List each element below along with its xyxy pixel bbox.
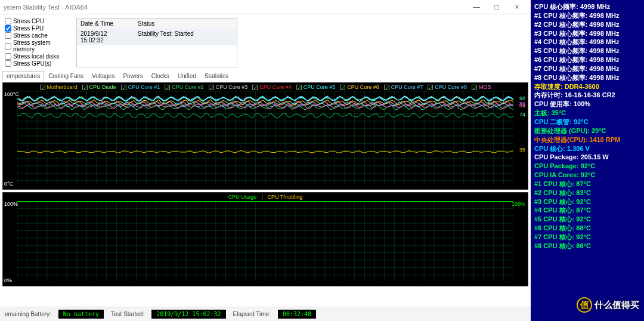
tab-powers[interactable]: Powers: [119, 71, 147, 81]
osd-row: #7 CPU 核心: 92°C: [534, 233, 640, 242]
osd-row: CPU Package: 92°C: [534, 162, 640, 171]
watermark: 值 什么值得买: [577, 297, 639, 313]
stress-label: Stress system memory: [13, 39, 70, 53]
osd-row: #1 CPU 核心: 87°C: [534, 180, 640, 189]
osd-row: #1 CPU 核心频率: 4998 MHz: [534, 11, 640, 20]
elapsed-label: Elapsed Time:: [233, 311, 271, 317]
osd-row: CPU Package: 205.15 W: [534, 153, 640, 162]
stress-label: Stress FPU: [13, 25, 44, 32]
legend-item[interactable]: CPU Core #5: [296, 84, 336, 90]
stress-options: Stress CPUStress FPUStress cacheStress s…: [5, 18, 70, 67]
stress-label: Stress cache: [13, 32, 48, 39]
stress-checkbox[interactable]: [5, 43, 11, 50]
legend-item[interactable]: CPU Core #3: [209, 84, 248, 90]
main-window: ystem Stability Test - AIDA64 — □ × Stre…: [0, 0, 531, 321]
legend-label: CPU Core #2: [172, 84, 204, 90]
log-header-status[interactable]: Status: [134, 18, 237, 29]
stress-option[interactable]: Stress local disks: [5, 53, 70, 60]
legend-item[interactable]: CPU Core #7: [384, 84, 423, 90]
legend-item[interactable]: CPU Core #6: [340, 84, 379, 90]
usage-axis-0: 0%: [4, 277, 12, 283]
stress-label: Stress local disks: [13, 53, 59, 60]
minimize-button[interactable]: —: [466, 1, 487, 14]
legend-label: CPU Core #8: [435, 84, 467, 90]
tab-cooling-fans[interactable]: Cooling Fans: [44, 71, 88, 81]
legend-item[interactable]: CPU Core #2: [165, 84, 204, 90]
legend-cpu-throttling: CPU Throttling: [268, 194, 303, 200]
legend-checkbox-icon: [428, 85, 433, 90]
legend-checkbox-icon: [40, 85, 45, 90]
usage-axis-100: 100%: [4, 201, 18, 207]
tab-clocks[interactable]: Clocks: [147, 71, 174, 81]
usage-plot: [17, 201, 513, 281]
legend-checkbox-icon: [121, 85, 126, 90]
osd-row: CPU 使用率: 100%: [534, 100, 640, 109]
started-value: 2019/9/12 15:02:32: [151, 310, 225, 319]
top-panel: Stress CPUStress FPUStress cacheStress s…: [0, 14, 531, 71]
stress-option[interactable]: Stress system memory: [5, 39, 70, 53]
osd-row: #2 CPU 核心: 83°C: [534, 189, 640, 197]
battery-label: emaining Battery:: [5, 311, 51, 317]
temp-right-label: 35: [519, 147, 525, 153]
tab-voltages[interactable]: Voltages: [88, 71, 119, 81]
osd-row: #8 CPU 核心频率: 4998 MHz: [534, 73, 640, 82]
stress-checkbox[interactable]: [5, 25, 11, 32]
stress-checkbox[interactable]: [5, 18, 11, 24]
stress-option[interactable]: Stress CPU: [5, 18, 70, 24]
titlebar[interactable]: ystem Stability Test - AIDA64 — □ ×: [0, 0, 531, 14]
log-row[interactable]: 2019/9/12 15:02:32 Stability Test: Start…: [77, 29, 237, 45]
osd-row: CPU 核心频率: 4998 MHz: [534, 2, 640, 11]
stress-checkbox[interactable]: [5, 53, 11, 60]
osd-row: #3 CPU 核心频率: 4998 MHz: [534, 29, 640, 38]
stress-checkbox[interactable]: [5, 60, 11, 67]
legend-checkbox-icon: [165, 85, 170, 90]
stress-option[interactable]: Stress GPU(s): [5, 60, 70, 67]
legend-checkbox-icon: [296, 85, 302, 90]
legend-item[interactable]: CPU Core #1: [121, 84, 160, 90]
temp-axis-0: 0°C: [4, 181, 13, 187]
stress-label: Stress CPU: [13, 18, 44, 24]
battery-value: No battery: [58, 310, 104, 319]
tab-statistics[interactable]: Statistics: [200, 71, 233, 81]
statusbar: emaining Battery: No battery Test Starte…: [0, 307, 531, 321]
watermark-text: 什么值得买: [595, 300, 639, 311]
close-button[interactable]: ×: [507, 1, 527, 14]
legend-item[interactable]: CPU Diode: [82, 84, 116, 90]
tab-unified[interactable]: Unified: [174, 71, 200, 81]
legend-checkbox-icon: [340, 85, 345, 90]
temp-right-label: 84: [519, 103, 525, 109]
maximize-button[interactable]: □: [487, 1, 507, 14]
osd-row: 主板: 35°C: [534, 109, 640, 118]
legend-item[interactable]: CPU Core #4: [252, 84, 292, 90]
osd-row: #2 CPU 核心频率: 4998 MHz: [534, 20, 640, 29]
tabs: emperaturesCooling FansVoltagesPowersClo…: [0, 71, 531, 81]
tab-emperatures[interactable]: emperatures: [2, 71, 44, 81]
temp-plot: [17, 91, 513, 184]
stress-option[interactable]: Stress FPU: [5, 25, 70, 32]
legend-item[interactable]: CPU Core #8: [428, 84, 467, 90]
osd-row: #4 CPU 核心: 87°C: [534, 206, 640, 215]
log-header-date[interactable]: Date & Time: [77, 18, 134, 29]
osd-row: 内存计时: 16-16-16-36 CR2: [534, 91, 640, 100]
osd-row: CPU 二极管: 92°C: [534, 118, 640, 126]
stress-checkbox[interactable]: [5, 32, 11, 39]
legend-item[interactable]: MOS: [472, 84, 491, 90]
sidebar-osd: CPU 核心频率: 4998 MHz#1 CPU 核心频率: 4998 MHz#…: [531, 0, 644, 321]
usage-chart: CPU Usage | CPU Throttling 100% 0% 100%: [2, 192, 528, 286]
legend-checkbox-icon: [384, 85, 389, 90]
legend-label: CPU Core #1: [128, 84, 160, 90]
legend-label: CPU Core #6: [347, 84, 379, 90]
legend-item[interactable]: Motherboard: [40, 84, 78, 90]
legend-checkbox-icon: [472, 85, 477, 90]
osd-row: #3 CPU 核心: 92°C: [534, 197, 640, 206]
legend-checkbox-icon: [209, 85, 214, 90]
stress-option[interactable]: Stress cache: [5, 32, 70, 39]
elapsed-value: 00:32:48: [278, 310, 316, 319]
osd-row: #7 CPU 核心频率: 4998 MHz: [534, 64, 640, 73]
legend-label: MOS: [479, 84, 491, 90]
osd-row: #5 CPU 核心频率: 4998 MHz: [534, 47, 640, 55]
osd-row: #4 CPU 核心频率: 4998 MHz: [534, 38, 640, 47]
legend-label: CPU Core #4: [259, 84, 292, 90]
osd-row: #8 CPU 核心: 86°C: [534, 242, 640, 251]
legend-checkbox-icon: [252, 85, 258, 90]
